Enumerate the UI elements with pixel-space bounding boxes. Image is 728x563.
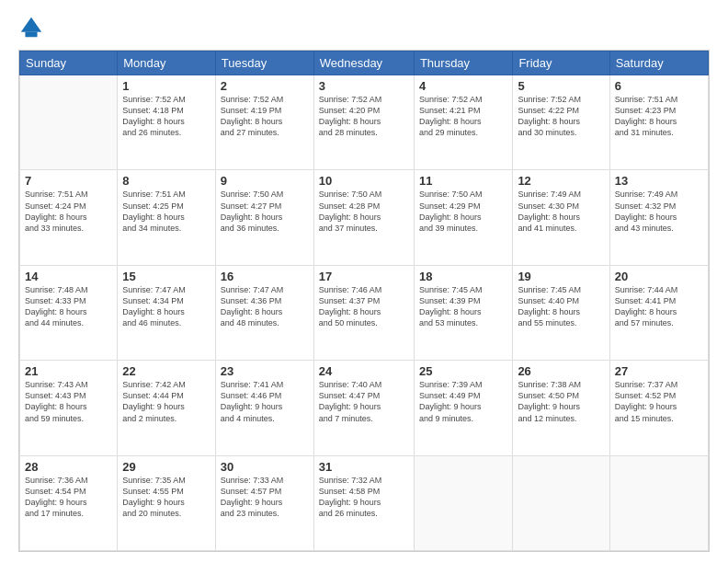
day-number: 9: [221, 174, 309, 188]
day-info: Sunrise: 7:45 AM Sunset: 4:39 PM Dayligh…: [419, 284, 507, 329]
day-number: 17: [319, 270, 409, 283]
day-info: Sunrise: 7:46 AM Sunset: 4:37 PM Dayligh…: [319, 284, 409, 329]
day-info: Sunrise: 7:51 AM Sunset: 4:25 PM Dayligh…: [122, 189, 210, 234]
day-cell: 25Sunrise: 7:39 AM Sunset: 4:49 PM Dayli…: [414, 361, 512, 455]
column-header-thursday: Thursday: [414, 52, 512, 75]
week-row-5: 28Sunrise: 7:36 AM Sunset: 4:54 PM Dayli…: [20, 455, 709, 550]
header-row: SundayMondayTuesdayWednesdayThursdayFrid…: [20, 52, 709, 75]
day-number: 13: [615, 174, 703, 188]
day-cell: 4Sunrise: 7:52 AM Sunset: 4:21 PM Daylig…: [414, 75, 512, 170]
day-info: Sunrise: 7:47 AM Sunset: 4:34 PM Dayligh…: [122, 284, 210, 329]
day-cell: 30Sunrise: 7:33 AM Sunset: 4:57 PM Dayli…: [215, 455, 313, 550]
day-info: Sunrise: 7:45 AM Sunset: 4:40 PM Dayligh…: [518, 284, 604, 329]
day-number: 3: [319, 79, 409, 93]
day-cell: 6Sunrise: 7:51 AM Sunset: 4:23 PM Daylig…: [609, 75, 708, 170]
day-cell: [513, 455, 609, 550]
day-number: 11: [419, 174, 507, 188]
day-cell: [20, 75, 118, 170]
day-cell: [414, 455, 512, 550]
page: SundayMondayTuesdayWednesdayThursdayFrid…: [0, 0, 728, 563]
day-number: 30: [221, 460, 309, 474]
day-number: 22: [122, 364, 210, 378]
calendar: SundayMondayTuesdayWednesdayThursdayFrid…: [18, 50, 710, 552]
day-cell: 9Sunrise: 7:50 AM Sunset: 4:27 PM Daylig…: [215, 170, 313, 265]
day-info: Sunrise: 7:35 AM Sunset: 4:55 PM Dayligh…: [122, 475, 210, 520]
day-info: Sunrise: 7:52 AM Sunset: 4:20 PM Dayligh…: [319, 94, 409, 139]
day-number: 4: [419, 79, 507, 93]
day-cell: 24Sunrise: 7:40 AM Sunset: 4:47 PM Dayli…: [313, 361, 414, 455]
day-info: Sunrise: 7:40 AM Sunset: 4:47 PM Dayligh…: [319, 379, 409, 424]
day-info: Sunrise: 7:43 AM Sunset: 4:43 PM Dayligh…: [25, 379, 112, 424]
day-cell: 29Sunrise: 7:35 AM Sunset: 4:55 PM Dayli…: [118, 455, 216, 550]
day-info: Sunrise: 7:51 AM Sunset: 4:24 PM Dayligh…: [25, 189, 112, 234]
day-info: Sunrise: 7:44 AM Sunset: 4:41 PM Dayligh…: [615, 284, 703, 329]
day-info: Sunrise: 7:49 AM Sunset: 4:30 PM Dayligh…: [518, 189, 604, 234]
svg-rect-1: [25, 32, 37, 38]
day-cell: 19Sunrise: 7:45 AM Sunset: 4:40 PM Dayli…: [513, 265, 609, 360]
day-cell: [609, 455, 708, 550]
day-info: Sunrise: 7:50 AM Sunset: 4:28 PM Dayligh…: [319, 189, 409, 234]
day-cell: 26Sunrise: 7:38 AM Sunset: 4:50 PM Dayli…: [513, 361, 609, 455]
column-header-sunday: Sunday: [20, 52, 118, 75]
day-cell: 16Sunrise: 7:47 AM Sunset: 4:36 PM Dayli…: [215, 265, 313, 360]
day-info: Sunrise: 7:50 AM Sunset: 4:29 PM Dayligh…: [419, 189, 507, 234]
day-info: Sunrise: 7:39 AM Sunset: 4:49 PM Dayligh…: [419, 379, 507, 424]
day-number: 28: [25, 460, 112, 474]
day-cell: 11Sunrise: 7:50 AM Sunset: 4:29 PM Dayli…: [414, 170, 512, 265]
column-header-friday: Friday: [513, 52, 609, 75]
day-info: Sunrise: 7:51 AM Sunset: 4:23 PM Dayligh…: [615, 94, 703, 139]
column-header-wednesday: Wednesday: [313, 52, 414, 75]
day-number: 18: [419, 270, 507, 283]
column-header-tuesday: Tuesday: [215, 52, 313, 75]
day-number: 1: [122, 79, 210, 93]
day-info: Sunrise: 7:52 AM Sunset: 4:22 PM Dayligh…: [518, 94, 604, 139]
day-cell: 31Sunrise: 7:32 AM Sunset: 4:58 PM Dayli…: [313, 455, 414, 550]
day-cell: 20Sunrise: 7:44 AM Sunset: 4:41 PM Dayli…: [609, 265, 708, 360]
day-info: Sunrise: 7:50 AM Sunset: 4:27 PM Dayligh…: [221, 189, 309, 234]
day-number: 5: [518, 79, 604, 93]
day-info: Sunrise: 7:36 AM Sunset: 4:54 PM Dayligh…: [25, 475, 112, 520]
column-header-saturday: Saturday: [609, 52, 708, 75]
day-cell: 21Sunrise: 7:43 AM Sunset: 4:43 PM Dayli…: [20, 361, 118, 455]
svg-marker-0: [21, 17, 41, 32]
day-info: Sunrise: 7:52 AM Sunset: 4:18 PM Dayligh…: [122, 94, 210, 139]
day-info: Sunrise: 7:48 AM Sunset: 4:33 PM Dayligh…: [25, 284, 112, 329]
day-info: Sunrise: 7:52 AM Sunset: 4:19 PM Dayligh…: [221, 94, 309, 139]
day-number: 14: [25, 270, 112, 283]
day-cell: 27Sunrise: 7:37 AM Sunset: 4:52 PM Dayli…: [609, 361, 708, 455]
day-info: Sunrise: 7:42 AM Sunset: 4:44 PM Dayligh…: [122, 379, 210, 424]
day-cell: 22Sunrise: 7:42 AM Sunset: 4:44 PM Dayli…: [118, 361, 216, 455]
week-row-2: 7Sunrise: 7:51 AM Sunset: 4:24 PM Daylig…: [20, 170, 709, 265]
day-number: 25: [419, 364, 507, 378]
day-cell: 17Sunrise: 7:46 AM Sunset: 4:37 PM Dayli…: [313, 265, 414, 360]
day-cell: 3Sunrise: 7:52 AM Sunset: 4:20 PM Daylig…: [313, 75, 414, 170]
day-number: 6: [615, 79, 703, 93]
day-info: Sunrise: 7:33 AM Sunset: 4:57 PM Dayligh…: [221, 475, 309, 520]
day-number: 27: [615, 364, 703, 378]
logo-icon: [18, 15, 44, 40]
day-number: 31: [319, 460, 409, 474]
day-number: 15: [122, 270, 210, 283]
day-info: Sunrise: 7:32 AM Sunset: 4:58 PM Dayligh…: [319, 475, 409, 520]
day-number: 26: [518, 364, 604, 378]
column-header-monday: Monday: [118, 52, 216, 75]
day-cell: 13Sunrise: 7:49 AM Sunset: 4:32 PM Dayli…: [609, 170, 708, 265]
week-row-4: 21Sunrise: 7:43 AM Sunset: 4:43 PM Dayli…: [20, 361, 709, 455]
day-cell: 2Sunrise: 7:52 AM Sunset: 4:19 PM Daylig…: [215, 75, 313, 170]
calendar-table: SundayMondayTuesdayWednesdayThursdayFrid…: [19, 51, 709, 551]
day-cell: 12Sunrise: 7:49 AM Sunset: 4:30 PM Dayli…: [513, 170, 609, 265]
day-number: 12: [518, 174, 604, 188]
day-cell: 5Sunrise: 7:52 AM Sunset: 4:22 PM Daylig…: [513, 75, 609, 170]
day-info: Sunrise: 7:52 AM Sunset: 4:21 PM Dayligh…: [419, 94, 507, 139]
day-number: 24: [319, 364, 409, 378]
day-info: Sunrise: 7:41 AM Sunset: 4:46 PM Dayligh…: [221, 379, 309, 424]
day-info: Sunrise: 7:38 AM Sunset: 4:50 PM Dayligh…: [518, 379, 604, 424]
day-cell: 28Sunrise: 7:36 AM Sunset: 4:54 PM Dayli…: [20, 455, 118, 550]
day-number: 10: [319, 174, 409, 188]
day-number: 16: [221, 270, 309, 283]
day-cell: 10Sunrise: 7:50 AM Sunset: 4:28 PM Dayli…: [313, 170, 414, 265]
day-cell: 15Sunrise: 7:47 AM Sunset: 4:34 PM Dayli…: [118, 265, 216, 360]
day-cell: 7Sunrise: 7:51 AM Sunset: 4:24 PM Daylig…: [20, 170, 118, 265]
day-info: Sunrise: 7:37 AM Sunset: 4:52 PM Dayligh…: [615, 379, 703, 424]
day-info: Sunrise: 7:47 AM Sunset: 4:36 PM Dayligh…: [221, 284, 309, 329]
